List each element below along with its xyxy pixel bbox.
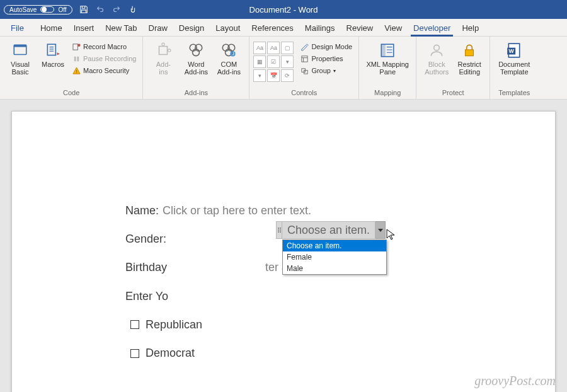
svg-text:W: W (509, 48, 515, 54)
vote-label: Enter Yo (125, 289, 168, 304)
picture-control-icon[interactable]: ▢ (281, 42, 294, 54)
svg-rect-2 (47, 44, 55, 55)
tab-design[interactable]: Design (173, 20, 210, 36)
group-code-label: Code (4, 88, 139, 98)
macros-button[interactable]: Macros (37, 39, 69, 88)
svg-point-5 (77, 43, 80, 47)
pause-icon (72, 54, 81, 63)
tab-view[interactable]: View (379, 20, 408, 36)
dropdown-control-icon[interactable]: ▾ (253, 69, 266, 82)
pause-recording-button: Pause Recording (69, 54, 139, 64)
dropdown-option-female[interactable]: Female (283, 251, 386, 263)
lock-icon (461, 42, 478, 59)
redo-icon[interactable] (112, 4, 122, 14)
document-title: Document2 - Word (249, 5, 318, 14)
ribbon: Visual Basic Macros Record Macro Pause R… (0, 37, 567, 100)
repeating-section-control-icon[interactable]: ⟳ (281, 69, 294, 82)
svg-rect-25 (466, 50, 474, 56)
group-templates: W Document Template Templates (490, 37, 538, 99)
dropdown-arrow-button[interactable] (375, 221, 386, 239)
autosave-toggle[interactable]: AutoSave Off (4, 5, 72, 14)
save-icon[interactable] (79, 4, 89, 14)
date-picker-control-icon[interactable]: 📅 (267, 69, 280, 82)
dropdown-option-placeholder[interactable]: Choose an item. (283, 240, 386, 251)
warning-icon: ! (72, 66, 81, 75)
group-button[interactable]: Group ▾ (297, 66, 355, 76)
word-addins-button[interactable]: Word Add-ins (180, 39, 212, 88)
group-mapping: XML Mapping Pane Mapping (359, 37, 416, 99)
document-area: Name: Click or tap here to enter text. G… (0, 100, 567, 392)
block-authors-icon (428, 42, 445, 59)
plain-text-control-icon[interactable]: Aa (267, 42, 280, 54)
record-macro-button[interactable]: Record Macro (69, 42, 139, 52)
group-protect-label: Protect (420, 88, 486, 98)
tab-references[interactable]: References (246, 20, 299, 36)
group-mapping-label: Mapping (363, 88, 412, 98)
svg-rect-23 (381, 44, 386, 57)
content-control-handle-icon[interactable] (276, 221, 282, 239)
tab-help[interactable]: Help (456, 20, 484, 36)
tab-developer[interactable]: Developer (408, 20, 456, 36)
tab-draw[interactable]: Draw (143, 20, 173, 36)
name-placeholder[interactable]: Click or tap here to enter text. (163, 203, 311, 219)
svg-point-11 (168, 49, 171, 52)
tab-newtab[interactable]: New Tab (100, 20, 142, 36)
toggle-off-icon (40, 6, 54, 13)
restrict-editing-button[interactable]: Restrict Editing (453, 39, 486, 88)
group-controls-label: Controls (253, 88, 355, 98)
design-mode-icon (300, 42, 309, 51)
controls-gallery[interactable]: Aa Aa ▢ ▦ ☑ ▾ ▾ 📅 ⟳ (253, 39, 297, 88)
visual-basic-label: Visual Basic (11, 61, 30, 76)
group-controls: Aa Aa ▢ ▦ ☑ ▾ ▾ 📅 ⟳ Design Mode Properti… (249, 37, 359, 99)
tab-review[interactable]: Review (341, 20, 379, 36)
xml-mapping-button[interactable]: XML Mapping Pane (363, 39, 412, 88)
tab-layout[interactable]: Layout (210, 20, 246, 36)
undo-icon[interactable] (95, 4, 105, 14)
checkbox-republican[interactable] (130, 320, 139, 329)
building-block-control-icon[interactable]: ▦ (253, 55, 266, 68)
chevron-down-icon (378, 228, 383, 233)
visual-basic-button[interactable]: Visual Basic (4, 39, 37, 88)
name-label: Name: (125, 203, 159, 219)
checkbox-democrat[interactable] (130, 349, 139, 358)
autosave-label: AutoSave (9, 6, 37, 13)
tab-home[interactable]: Home (35, 20, 68, 36)
rich-text-control-icon[interactable]: Aa (253, 42, 266, 54)
svg-rect-6 (74, 56, 76, 61)
properties-button[interactable]: Properties (297, 54, 355, 64)
macro-security-button[interactable]: ! Macro Security (69, 66, 139, 76)
dropdown-option-male[interactable]: Male (283, 263, 386, 274)
document-template-button[interactable]: W Document Template (494, 39, 534, 88)
svg-rect-4 (72, 43, 77, 49)
group-addins-label: Add-ins (147, 88, 245, 98)
option-democrat: Democrat (146, 345, 195, 361)
group-addins: Add- ins Word Add-ins COM Add-ins Add-in… (143, 37, 249, 99)
touch-mode-icon[interactable] (128, 4, 138, 14)
tab-insert[interactable]: Insert (68, 20, 100, 36)
gender-dropdown-control[interactable]: Choose an item. Choose an item. Female M… (276, 221, 387, 275)
svg-marker-3 (57, 52, 60, 55)
combo-box-control-icon[interactable]: ▾ (281, 55, 294, 68)
checkbox-control-icon[interactable]: ☑ (267, 55, 280, 68)
chevron-down-icon: ▾ (333, 68, 336, 74)
macros-label: Macros (42, 61, 64, 68)
gender-dropdown-value[interactable]: Choose an item. (282, 221, 375, 239)
svg-point-10 (162, 43, 164, 45)
svg-point-24 (434, 45, 440, 50)
group-code: Visual Basic Macros Record Macro Pause R… (0, 37, 143, 99)
addins-button: Add- ins (147, 39, 180, 88)
tab-mailings[interactable]: Mailings (299, 20, 341, 36)
com-addins-button[interactable]: COM Add-ins (212, 39, 245, 88)
design-mode-button[interactable]: Design Mode (297, 42, 355, 52)
ribbon-tabs: File Home Insert New Tab Draw Design Lay… (0, 19, 567, 37)
record-icon (72, 42, 81, 51)
group-templates-label: Templates (494, 88, 534, 98)
tab-file[interactable]: File (5, 20, 30, 36)
properties-icon (300, 54, 309, 63)
addins-icon (154, 42, 172, 59)
block-authors-button: Block Authors (420, 39, 453, 88)
visual-basic-icon (11, 42, 29, 59)
svg-rect-19 (302, 55, 307, 61)
group-icon (300, 66, 309, 75)
option-republican: Republican (146, 317, 202, 333)
